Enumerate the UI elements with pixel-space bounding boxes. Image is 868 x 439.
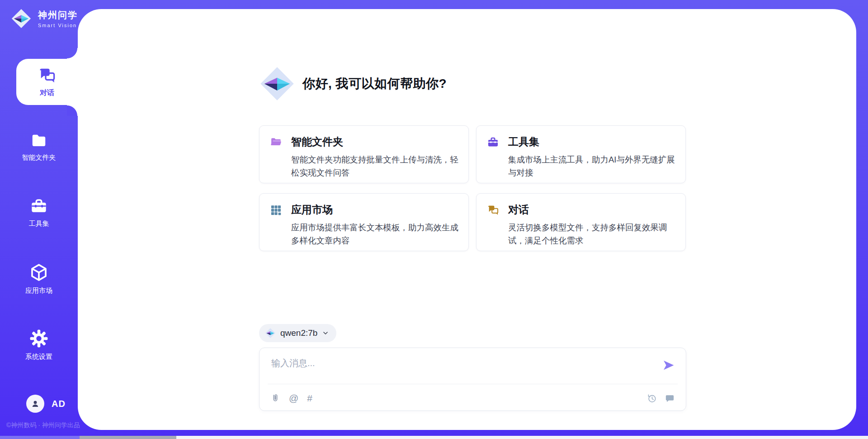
avatar xyxy=(26,395,44,413)
brand-subtitle: Smart Vision xyxy=(38,23,78,28)
chevron-down-icon xyxy=(322,329,329,337)
card-toolset[interactable]: 工具集 集成市场上主流工具，助力AI与外界无缝扩展与对接 xyxy=(476,125,686,183)
app-brand: 神州问学 Smart Vision xyxy=(11,8,78,29)
user-initials: AD xyxy=(52,399,66,409)
card-description: 应用市场提供丰富长文本模板，助力高效生成多样化文章内容 xyxy=(291,221,463,247)
mention-button[interactable]: @ xyxy=(289,393,298,403)
sidebar-item-label: 对话 xyxy=(40,88,54,98)
chat-icon xyxy=(37,67,57,85)
cube-icon xyxy=(29,262,49,282)
card-description: 灵活切换多模型文件，支持多样回复效果调试，满足个性化需求 xyxy=(508,221,680,247)
card-smart-folder[interactable]: 智能文件夹 智能文件夹功能支持批量文件上传与清洗，轻松实现文件问答 xyxy=(259,125,469,183)
card-chat[interactable]: 对话 灵活切换多模型文件，支持多样回复效果调试，满足个性化需求 xyxy=(476,193,686,251)
sidebar-item-app-market[interactable]: 应用市场 xyxy=(0,262,78,295)
gear-icon xyxy=(29,329,49,348)
scrollbar-left-segment xyxy=(0,436,80,439)
greeting-logo-icon xyxy=(259,66,295,102)
attachment-button[interactable] xyxy=(270,393,280,404)
chat-bubble-icon xyxy=(665,393,675,404)
sidebar-item-toolset[interactable]: 工具集 xyxy=(0,197,78,228)
chat-icon xyxy=(487,204,499,216)
brand-name: 神州问学 xyxy=(38,9,78,21)
folder-icon xyxy=(29,132,48,149)
toolbox-icon xyxy=(29,197,49,215)
model-logo-icon xyxy=(265,328,276,339)
hashtag-button[interactable]: # xyxy=(307,393,312,403)
model-name: qwen2:7b xyxy=(280,328,317,338)
user-profile[interactable]: AD xyxy=(26,395,66,413)
active-tab-fillet-bottom xyxy=(67,105,78,116)
paperclip-icon xyxy=(270,393,280,404)
card-title: 工具集 xyxy=(508,135,680,149)
model-selector[interactable]: qwen2:7b xyxy=(259,324,336,342)
history-button[interactable] xyxy=(646,393,657,404)
main-content-panel: 你好, 我可以如何帮助你? 智能文件夹 智能文件夹功能支持批量文件上传与清洗，轻… xyxy=(78,9,856,430)
active-tab-fillet-top xyxy=(67,48,78,59)
feedback-button[interactable] xyxy=(665,393,675,404)
card-description: 智能文件夹功能支持批量文件上传与清洗，轻松实现文件问答 xyxy=(291,153,463,179)
greeting-header: 你好, 我可以如何帮助你? xyxy=(259,66,447,102)
message-input[interactable] xyxy=(270,356,647,382)
send-button[interactable] xyxy=(662,359,675,372)
card-description: 集成市场上主流工具，助力AI与外界无缝扩展与对接 xyxy=(508,153,680,179)
sidebar-item-label: 工具集 xyxy=(29,220,49,228)
grid-icon xyxy=(270,204,282,216)
person-icon xyxy=(30,399,40,409)
greeting-title: 你好, 我可以如何帮助你? xyxy=(302,75,447,92)
copyright-footer: ©神州数码 · 神州问学出品 xyxy=(6,421,83,429)
send-icon xyxy=(662,359,675,372)
feature-cards: 智能文件夹 智能文件夹功能支持批量文件上传与清洗，轻松实现文件问答 工具集 集成… xyxy=(259,125,686,251)
composer-divider xyxy=(268,384,678,384)
brand-logo-icon xyxy=(11,8,32,29)
sidebar-item-settings[interactable]: 系统设置 xyxy=(0,329,78,361)
history-clock-icon xyxy=(646,393,657,404)
scrollbar-thumb[interactable] xyxy=(80,436,176,439)
sidebar-item-smart-folder[interactable]: 智能文件夹 xyxy=(0,132,78,162)
folder-open-icon xyxy=(270,136,282,148)
sidebar-item-label: 智能文件夹 xyxy=(22,153,56,162)
card-title: 对话 xyxy=(508,203,680,217)
horizontal-scrollbar xyxy=(0,436,868,439)
message-composer: @ # xyxy=(259,348,686,411)
sidebar-item-chat[interactable]: 对话 xyxy=(16,59,78,105)
card-title: 智能文件夹 xyxy=(291,135,463,149)
sidebar-item-label: 系统设置 xyxy=(25,353,52,361)
sidebar-item-label: 应用市场 xyxy=(25,286,52,295)
card-app-market[interactable]: 应用市场 应用市场提供丰富长文本模板，助力高效生成多样化文章内容 xyxy=(259,193,469,251)
toolbox-icon xyxy=(487,136,499,148)
card-title: 应用市场 xyxy=(291,203,463,217)
